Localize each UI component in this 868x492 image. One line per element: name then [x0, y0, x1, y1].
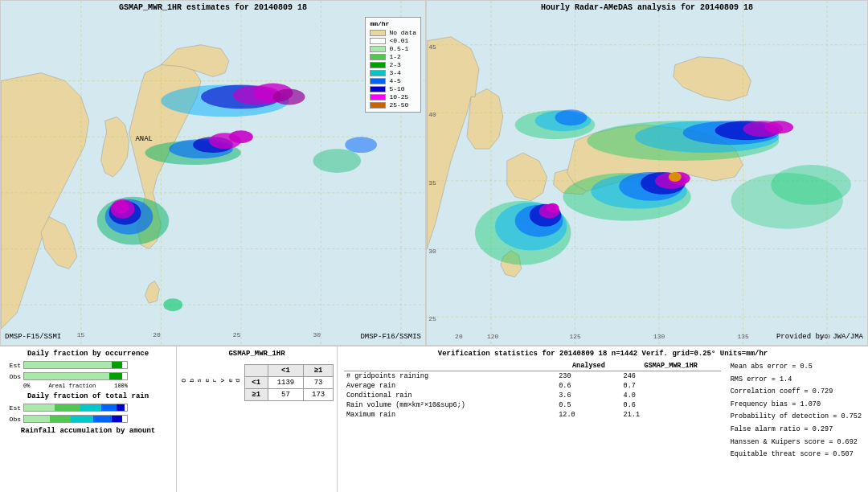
verif-val1-4: 12.0	[556, 410, 620, 420]
cell-ge1-lt1: 57	[268, 389, 304, 401]
legend-item-1-2: 1-2	[370, 53, 416, 60]
svg-text:130: 130	[653, 333, 665, 340]
svg-point-45	[345, 137, 377, 153]
bar-est-fill-2b	[55, 404, 80, 411]
main-container: GSMAP_MWR_1HR estimates for 20140809 18 …	[0, 0, 868, 492]
svg-point-32	[273, 88, 305, 105]
verif-col-label	[344, 361, 556, 371]
stat-mean-abs-error: Mean abs error = 0.5	[731, 361, 862, 374]
table-row-lt1: <1 1139 73	[244, 377, 333, 389]
verif-val2-1: 0.7	[621, 381, 721, 391]
cell-lt1-ge1: 73	[304, 377, 334, 389]
verif-col-gsmap: GSMAP_MWR_1HR	[621, 361, 721, 371]
cell-lt1-lt1: 1139	[268, 377, 304, 389]
bar-est-row-2: Est	[3, 403, 173, 412]
bar-obs-container-1	[23, 372, 128, 380]
svg-point-74	[669, 172, 682, 182]
bar-est-fill-2d	[101, 404, 117, 411]
legend-label-nodata: No data	[389, 29, 416, 36]
observed-vertical-label: Observed	[180, 379, 242, 383]
bottom-left-charts: Daily fraction by occurrence Est Obs	[0, 346, 177, 492]
bar-obs-row-1: Obs	[3, 371, 173, 381]
svg-text:30: 30	[313, 331, 321, 338]
stat-prob-detection: Probability of detection = 0.752	[731, 411, 862, 424]
bottom-row: Daily fraction by occurrence Est Obs	[0, 346, 868, 492]
legend-item-25-50: 25-50	[370, 101, 416, 109]
verif-table-container: Analysed GSMAP_MWR_1HR # gridpoints rain…	[344, 361, 721, 461]
legend-color-1-2	[370, 54, 386, 60]
svg-text:20: 20	[455, 333, 463, 340]
legend-item-05-1: 0.5-1	[370, 45, 416, 52]
legend-color-2-3	[370, 62, 386, 68]
right-map-svg: 45 40 35 30 25 120 125 130 135 140 20	[427, 1, 867, 345]
right-map-panel: Hourly Radar-AMeDAS analysis for 2014080…	[426, 0, 868, 346]
est-label-1: Est	[3, 362, 21, 369]
svg-text:25: 25	[428, 315, 436, 322]
svg-text:ANAL: ANAL	[135, 135, 152, 143]
legend-label-10-25: 10-25	[389, 93, 408, 100]
col-lt1-header: <1	[268, 365, 304, 377]
stat-frequency-bias: Frequency bias = 1.070	[731, 399, 862, 412]
obs-label-2: Obs	[3, 416, 21, 423]
col-ge1-header: ≥1	[304, 365, 334, 377]
svg-point-37	[229, 130, 253, 143]
verif-label-1: Average rain	[344, 381, 556, 391]
left-map-label-br: DMSP-F16/SSMIS	[360, 333, 421, 341]
legend-label-05-1: 0.5-1	[389, 45, 408, 52]
verif-content: Analysed GSMAP_MWR_1HR # gridpoints rain…	[344, 361, 862, 461]
axis-0-label-1: 0%	[23, 383, 30, 389]
verif-val2-2: 4.0	[621, 391, 721, 400]
verif-val1-1: 0.6	[556, 381, 620, 391]
verif-row-2: Conditional rain 3.6 4.0	[344, 391, 721, 400]
svg-text:25: 25	[233, 331, 241, 338]
verif-val2-3: 0.6	[621, 400, 721, 410]
verif-title: Verification statistics for 20140809 18 …	[344, 350, 862, 358]
legend-color-4-5	[370, 78, 386, 84]
bar-obs-fill-2b	[50, 416, 71, 422]
table-row-ge1: ≥1 57 173	[244, 389, 333, 401]
chart3-title: Rainfall accumulation by amount	[3, 427, 173, 435]
bar-est-container-1	[23, 361, 128, 369]
bar-obs-fill-2a	[24, 416, 50, 422]
verif-label-4: Maximum rain	[344, 410, 556, 420]
cell-ge1-ge1: 173	[304, 389, 334, 401]
bar-obs-fill-1b	[109, 373, 121, 379]
table-header-row: <1 ≥1	[244, 365, 333, 377]
bar-obs-fill-1	[24, 373, 109, 379]
bar-est-fill-2e	[117, 404, 125, 411]
bar-obs-fill-2d	[93, 416, 112, 422]
legend-color-3-4	[370, 70, 386, 76]
verif-val1-3: 0.5	[556, 400, 620, 410]
verif-row-4: Maximum rain 12.0 21.1	[344, 410, 721, 420]
stat-false-alarm-ratio: False alarm ratio = 0.297	[731, 424, 862, 437]
verif-label-3: Rain volume (mm×km²×10&sup6;)	[344, 400, 556, 410]
svg-text:45: 45	[428, 43, 436, 51]
legend-label-3-4: 3-4	[389, 69, 400, 76]
legend-item-lt001: <0.01	[370, 37, 416, 44]
verif-data-table: Analysed GSMAP_MWR_1HR # gridpoints rain…	[344, 361, 721, 420]
legend-color-lt001	[370, 38, 386, 44]
verif-val2-4: 21.1	[621, 410, 721, 420]
chart-occurrence: Daily fraction by occurrence Est Obs	[3, 350, 173, 389]
row-lt1-label: <1	[244, 377, 268, 389]
verif-row-3: Rain volume (mm×km²×10&sup6;) 0.5 0.6	[344, 400, 721, 410]
chart2-title: Daily fraction of total rain	[3, 392, 173, 400]
verif-val2-0: 246	[621, 371, 721, 381]
areal-fraction-label: Areal fraction	[48, 383, 96, 389]
left-map-label-bl: DMSP-F15/SSMI	[5, 333, 61, 341]
svg-text:20: 20	[153, 331, 161, 338]
empty-header	[244, 365, 268, 377]
legend-item-5-10: 5-10	[370, 85, 416, 92]
svg-point-43	[163, 298, 182, 311]
stat-hanssen-kuipers: Hanssen & Kuipers score = 0.692	[731, 437, 862, 449]
legend-label-25-50: 25-50	[389, 101, 408, 109]
left-map-svg: ANAL 15 20 25 30	[1, 1, 425, 345]
verif-row-1: Average rain 0.6 0.7	[344, 381, 721, 391]
legend-label-1-2: 1-2	[389, 53, 400, 60]
chart-total-rain: Daily fraction of total rain Est Obs	[3, 392, 173, 424]
bar-est-container-2	[23, 404, 128, 412]
legend-unit-label: mm/hr	[370, 20, 416, 27]
svg-point-42	[113, 201, 129, 214]
row-ge1-label: ≥1	[244, 389, 268, 401]
table-wrapper: Observed <1 ≥1 <1 1139 73 ≥1 57	[180, 360, 334, 401]
